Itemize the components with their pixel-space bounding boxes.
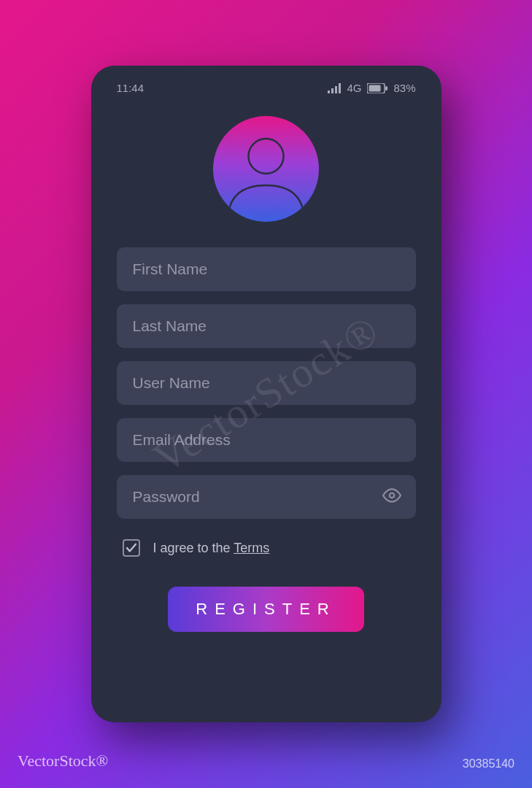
svg-rect-0 [328, 90, 330, 93]
email-input[interactable] [117, 418, 416, 462]
battery-icon [367, 83, 388, 93]
terms-row: I agree to the Terms [117, 532, 416, 563]
status-battery: 83% [393, 82, 415, 94]
avatar-icon [213, 116, 319, 222]
svg-rect-5 [369, 85, 381, 91]
password-wrapper [117, 475, 416, 519]
svg-rect-2 [335, 86, 337, 93]
status-right: 4G 83% [328, 82, 415, 94]
status-network: 4G [347, 82, 361, 94]
terms-checkbox[interactable] [123, 539, 140, 557]
avatar-container [117, 116, 416, 222]
svg-point-7 [249, 139, 284, 174]
svg-rect-1 [331, 88, 334, 93]
last-name-input[interactable] [117, 304, 416, 348]
terms-link[interactable]: Terms [234, 541, 269, 555]
status-bar: 11:44 4G 83% [117, 82, 416, 94]
svg-rect-6 [385, 86, 388, 90]
register-button[interactable]: REGISTER [168, 587, 363, 632]
password-input[interactable] [117, 475, 416, 519]
status-time: 11:44 [117, 82, 144, 94]
terms-prefix: I agree to the [153, 541, 234, 555]
watermark-brand: VectorStock® [18, 752, 108, 770]
eye-icon[interactable] [382, 486, 401, 508]
phone-frame: 11:44 4G 83% [91, 66, 442, 722]
svg-point-8 [389, 493, 394, 498]
user-name-input[interactable] [117, 361, 416, 405]
first-name-input[interactable] [117, 247, 416, 291]
register-form: I agree to the Terms REGISTER [117, 247, 416, 632]
svg-rect-3 [339, 83, 341, 93]
watermark-id: 30385140 [463, 757, 514, 770]
signal-icon [328, 83, 341, 93]
terms-text: I agree to the Terms [153, 541, 270, 556]
